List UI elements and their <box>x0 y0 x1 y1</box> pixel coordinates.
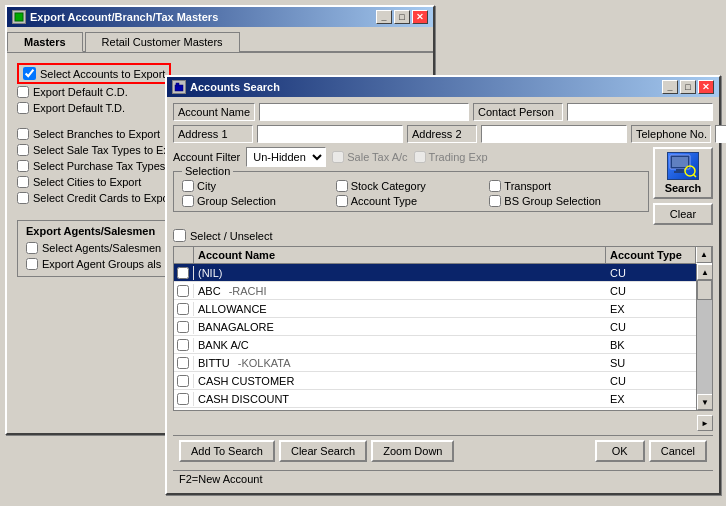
selection-group-label: Selection <box>182 165 233 177</box>
bs-group-checkbox[interactable] <box>489 195 501 207</box>
form-row-2: Address 1 Address 2 Telephone No. <box>173 125 713 143</box>
telephone-input[interactable] <box>715 125 726 143</box>
export-agent-groups-checkbox[interactable] <box>26 258 38 270</box>
table-scrollbar: ▲ ▼ <box>696 264 712 410</box>
select-agents-checkbox[interactable] <box>26 242 38 254</box>
row-8-name: CASH IN HAND <box>194 410 606 411</box>
row-7-checkbox[interactable] <box>177 393 189 405</box>
search-body: Account Name Contact Person Address 1 Ad… <box>167 97 719 493</box>
select-purchase-tax-checkbox[interactable] <box>17 160 29 172</box>
select-unselect-label: Select / Unselect <box>190 230 273 242</box>
scroll-down-btn[interactable]: ▼ <box>697 394 712 410</box>
select-cities-checkbox[interactable] <box>17 176 29 188</box>
row-2-type: EX <box>606 302 696 316</box>
clear-search-button[interactable]: Clear Search <box>279 440 367 462</box>
row-1-checkbox[interactable] <box>177 285 189 297</box>
main-close-btn[interactable]: ✕ <box>412 10 428 24</box>
export-default-td-checkbox[interactable] <box>17 102 29 114</box>
telephone-label: Telephone No. <box>631 125 711 143</box>
table-body: (NIL) CU ABC-RACHI CU ALLOWANCE EX <box>174 264 696 410</box>
selection-group: Selection City Stock Category Transpo <box>173 171 649 212</box>
stock-category-row: Stock Category <box>336 180 487 192</box>
contact-person-input[interactable] <box>567 103 713 121</box>
scroll-up-btn[interactable]: ▲ <box>697 264 712 280</box>
sale-tax-checkbox <box>332 151 344 163</box>
select-branches-checkbox[interactable] <box>17 128 29 140</box>
select-unselect-checkbox[interactable] <box>173 229 186 242</box>
stock-category-checkbox[interactable] <box>336 180 348 192</box>
table-row[interactable]: BITTU-KOLKATA SU <box>174 354 696 372</box>
table-row[interactable]: ABC-RACHI CU <box>174 282 696 300</box>
row-4-type: BK <box>606 338 696 352</box>
cancel-button[interactable]: Cancel <box>649 440 707 462</box>
bs-group-selection-row: BS Group Selection <box>489 195 640 207</box>
ok-button[interactable]: OK <box>595 440 645 462</box>
group-selection-checkbox[interactable] <box>182 195 194 207</box>
transport-checkbox[interactable] <box>489 180 501 192</box>
row-5-type: SU <box>606 356 696 370</box>
tab-bar: Masters Retail Customer Masters <box>7 27 433 53</box>
search-minimize-btn[interactable]: _ <box>662 80 678 94</box>
transport-row: Transport <box>489 180 640 192</box>
scroll-track <box>697 280 712 394</box>
tab-retail[interactable]: Retail Customer Masters <box>85 32 240 52</box>
city-selection-row: City <box>182 180 333 192</box>
search-titlebar: Accounts Search _ □ ✕ <box>167 77 719 97</box>
city-checkbox[interactable] <box>182 180 194 192</box>
row-3-checkbox[interactable] <box>177 321 189 333</box>
select-accounts-checkbox[interactable] <box>23 67 36 80</box>
table-row[interactable]: CASH CUSTOMER CU <box>174 372 696 390</box>
search-close-btn[interactable]: ✕ <box>698 80 714 94</box>
account-name-input[interactable] <box>259 103 469 121</box>
th-account-type: Account Type <box>606 247 696 263</box>
row-4-name: BANK A/C <box>194 338 606 352</box>
row-2-name: ALLOWANCE <box>194 302 606 316</box>
zoom-down-button[interactable]: Zoom Down <box>371 440 454 462</box>
scroll-thumb[interactable] <box>697 280 712 300</box>
select-credit-cards-checkbox[interactable] <box>17 192 29 204</box>
filter-selection-area: Account Filter Un-Hidden Hidden All Sale… <box>173 147 649 212</box>
accounts-table: Account Name Account Type ▲ (NIL) CU ABC… <box>173 246 713 411</box>
main-maximize-btn[interactable]: □ <box>394 10 410 24</box>
table-row[interactable]: CASH DISCOUNT EX <box>174 390 696 408</box>
main-titlebar: Export Account/Branch/Tax Masters _ □ ✕ <box>7 7 433 27</box>
table-row[interactable]: ALLOWANCE EX <box>174 300 696 318</box>
bottom-scroll-right-btn[interactable]: ► <box>697 415 713 431</box>
search-maximize-btn[interactable]: □ <box>680 80 696 94</box>
row-6-name: CASH CUSTOMER <box>194 374 606 388</box>
select-accounts-label: Select Accounts to Export <box>40 68 165 80</box>
search-button[interactable]: Search <box>653 147 713 199</box>
row-5-checkbox[interactable] <box>177 357 189 369</box>
table-row[interactable]: (NIL) CU <box>174 264 696 282</box>
account-type-checkbox[interactable] <box>336 195 348 207</box>
table-row[interactable]: CASH IN HAND CH <box>174 408 696 410</box>
row-6-checkbox[interactable] <box>177 375 189 387</box>
address2-label: Address 2 <box>407 125 477 143</box>
select-unselect-row: Select / Unselect <box>173 229 713 242</box>
search-clear-area: Search Clear <box>653 147 713 225</box>
table-scroll-up-btn[interactable]: ▲ <box>696 247 712 263</box>
contact-person-label: Contact Person <box>473 103 563 121</box>
row-0-checkbox[interactable] <box>177 267 189 279</box>
table-row[interactable]: BANAGALORE CU <box>174 318 696 336</box>
row-7-name: CASH DISCOUNT <box>194 392 606 406</box>
row-4-checkbox[interactable] <box>177 339 189 351</box>
status-bar: F2=New Account <box>173 470 713 487</box>
main-window-icon <box>12 10 26 24</box>
tab-masters[interactable]: Masters <box>7 32 83 52</box>
add-to-search-button[interactable]: Add To Search <box>179 440 275 462</box>
main-minimize-btn[interactable]: _ <box>376 10 392 24</box>
search-window-title: Accounts Search <box>190 81 280 93</box>
selection-grid: City Stock Category Transport Group <box>182 176 640 207</box>
address2-input[interactable] <box>481 125 627 143</box>
status-text: F2=New Account <box>179 473 262 485</box>
address1-input[interactable] <box>257 125 403 143</box>
clear-button[interactable]: Clear <box>653 203 713 225</box>
row-2-checkbox[interactable] <box>177 303 189 315</box>
account-filter-select[interactable]: Un-Hidden Hidden All <box>246 147 326 167</box>
table-header-area: Account Name Account Type ▲ <box>174 247 712 264</box>
select-sale-tax-checkbox[interactable] <box>17 144 29 156</box>
export-default-cd-checkbox[interactable] <box>17 86 29 98</box>
table-row[interactable]: BANK A/C BK <box>174 336 696 354</box>
account-type-row: Account Type <box>336 195 487 207</box>
